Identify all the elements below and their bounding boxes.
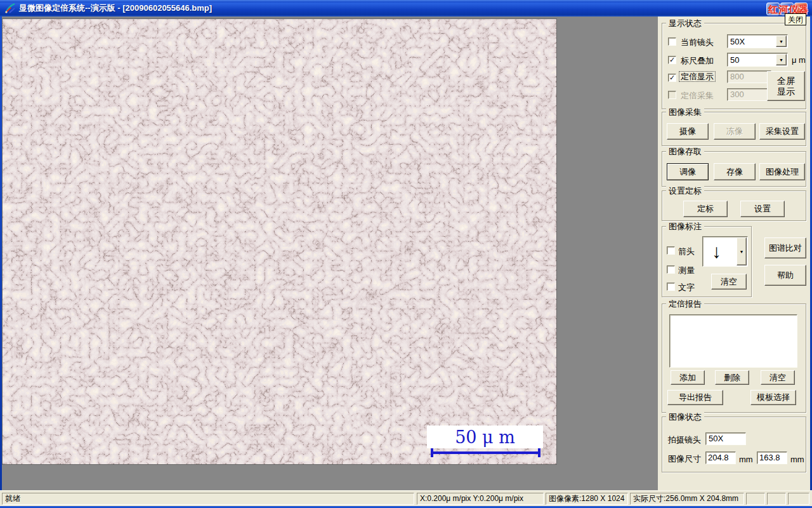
lens-label: 拍摄镜头 — [668, 436, 701, 444]
current-lens-combobox[interactable]: 50X ▼ — [727, 34, 788, 48]
app-icon — [4, 3, 16, 14]
group-storage-title: 图像存取 — [666, 147, 704, 156]
check-icon: ✓ — [669, 56, 675, 64]
lens-value-field[interactable]: 50X — [705, 432, 746, 445]
scale-tick-right — [538, 448, 540, 457]
micrograph-image — [3, 19, 556, 464]
current-lens-value: 50X — [730, 37, 745, 46]
status-pixel-scale: X:0.200μ m/pix Y:0.200μ m/pix — [417, 493, 544, 505]
chevron-down-icon[interactable]: ▼ — [776, 54, 787, 65]
atlas-compare-button[interactable]: 图谱比对 — [764, 237, 806, 258]
load-image-button[interactable]: 调像 — [667, 163, 709, 180]
fullscreen-button-line2: 显示 — [777, 86, 795, 97]
window-title: 显微图像定倍系统--演示版 - [20090602055646.bmp] — [19, 0, 212, 17]
calibrate-button[interactable]: 定标 — [683, 201, 728, 217]
status-empty-cell — [788, 493, 809, 505]
freeze-button: 冻像 — [714, 123, 756, 140]
template-select-button[interactable]: 模板选择 — [750, 390, 796, 405]
fixed-capture-field: 300 — [727, 88, 771, 101]
scale-bar — [431, 451, 540, 454]
statusbar: 就绪 X:0.200μ m/pix Y:0.200μ m/pix 图像像素:12… — [0, 490, 812, 506]
width-unit-label: mm — [739, 455, 753, 464]
current-lens-label: 当前镜头 — [681, 38, 714, 46]
fixed-display-label: 定倍显示 — [679, 71, 716, 82]
image-size-label: 图像尺寸 — [668, 455, 701, 463]
group-calibration-title: 设置定标 — [666, 186, 704, 196]
export-report-button[interactable]: 导出报告 — [667, 390, 723, 405]
height-unit-label: mm — [790, 455, 804, 464]
close-tooltip: 关闭 — [785, 13, 806, 25]
status-empty-cell — [767, 493, 786, 505]
image-process-button[interactable]: 图像处理 — [759, 163, 805, 180]
text-checkbox[interactable] — [667, 283, 675, 291]
capture-settings-button[interactable]: 采集设置 — [759, 123, 805, 140]
application-window: 显微图像定倍系统--演示版 - [20090602055646.bmp] × 红… — [0, 0, 812, 508]
fixed-capture-checkbox — [668, 91, 676, 99]
report-add-button[interactable]: 添加 — [671, 370, 705, 385]
ruler-value-combobox[interactable]: 50 ▼ — [727, 53, 788, 67]
current-lens-checkbox[interactable] — [668, 37, 676, 46]
status-empty-cell — [746, 493, 765, 505]
status-image-pixels: 图像像素:1280 X 1024 — [546, 493, 628, 505]
check-icon: ✓ — [669, 74, 675, 81]
ruler-unit-label: μ m — [792, 56, 806, 64]
arrow-checkbox[interactable] — [667, 246, 675, 255]
fixed-capture-label: 定倍采集 — [681, 91, 714, 100]
titlebar[interactable]: 显微图像定倍系统--演示版 - [20090602055646.bmp] × 红… — [0, 0, 812, 17]
arrow-down-icon: ↓ — [712, 239, 721, 264]
group-annotation-title: 图像标注 — [666, 222, 704, 231]
group-report-title: 定倍报告 — [666, 299, 704, 309]
save-image-button[interactable]: 存像 — [714, 163, 756, 180]
status-ready: 就绪 — [2, 493, 414, 505]
shoot-button[interactable]: 摄像 — [667, 123, 709, 140]
image-height-field[interactable]: 163.8 — [757, 451, 787, 464]
annotation-clear-button[interactable]: 清空 — [711, 274, 747, 290]
help-button[interactable]: 帮助 — [764, 265, 806, 286]
group-display-status-title: 显示状态 — [666, 18, 704, 28]
group-capture-title: 图像采集 — [666, 107, 704, 117]
status-actual-size: 实际尺寸:256.0mm X 204.8mm — [630, 493, 744, 505]
group-image-status-title: 图像状态 — [666, 412, 704, 422]
report-delete-button[interactable]: 删除 — [715, 370, 749, 385]
fixed-display-checkbox[interactable]: ✓ — [668, 74, 676, 82]
fullscreen-button-line1: 全屏 — [777, 76, 795, 86]
scale-bar-text: 50 μ m — [455, 427, 515, 447]
text-label: 文字 — [678, 283, 695, 291]
fixed-display-field: 800 — [727, 70, 771, 83]
report-clear-button[interactable]: 清空 — [761, 370, 795, 385]
arrow-style-combobox[interactable]: ↓ ▼ — [702, 236, 748, 267]
control-panel: 显示状态 当前镜头 50X ▼ ✓ 标尺叠加 50 ▼ μ m ✓ 定倍显示 8… — [658, 17, 810, 490]
arrow-label: 箭头 — [678, 247, 695, 255]
ruler-overlay-checkbox[interactable]: ✓ — [668, 56, 676, 64]
ruler-value: 50 — [730, 55, 739, 65]
chevron-down-icon[interactable]: ▼ — [737, 237, 747, 265]
chevron-down-icon[interactable]: ▼ — [776, 36, 787, 47]
report-listbox[interactable] — [669, 314, 797, 368]
fullscreen-button[interactable]: 全屏 显示 — [767, 71, 805, 101]
ruler-overlay-label: 标尺叠加 — [681, 57, 714, 65]
micrograph-viewport[interactable]: 50 μ m — [3, 19, 556, 464]
scale-bar-label-box: 50 μ m — [427, 425, 543, 448]
calibration-settings-button[interactable]: 设置 — [740, 201, 785, 217]
image-width-field[interactable]: 204.8 — [705, 451, 736, 464]
image-canvas-background: 50 μ m — [2, 17, 658, 490]
measure-checkbox[interactable] — [667, 265, 675, 274]
measure-label: 测量 — [678, 266, 695, 274]
scale-bar-line — [431, 448, 540, 457]
